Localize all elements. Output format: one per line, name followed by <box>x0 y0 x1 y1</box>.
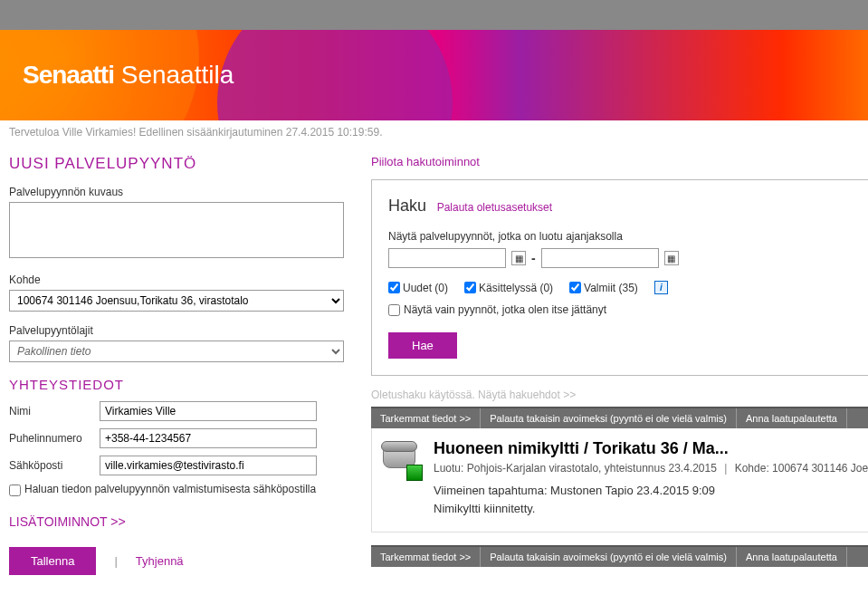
brand-logo-light: Senaattila <box>121 61 234 89</box>
target-select[interactable]: 100674 301146 Joensuu,Torikatu 36, viras… <box>9 290 344 312</box>
result-action-bar: Tarkemmat tiedot >> Palauta takaisin avo… <box>371 407 868 428</box>
phone-label: Puhelinnumero <box>9 432 100 445</box>
date-from-input[interactable] <box>388 248 506 268</box>
own-only-label: Näytä vain pyynnöt, jotka olen itse jätt… <box>404 303 606 316</box>
result-meta: Luotu: Pohjois-Karjalan virastotalo, yht… <box>434 462 868 475</box>
additional-functions-link[interactable]: LISÄTOIMINNOT >> <box>9 514 344 529</box>
filter-done-label: Valmiit (35) <box>584 282 638 294</box>
calendar-icon[interactable]: ▦ <box>511 251 526 265</box>
request-type-label: Palvelupyyntölajit <box>9 324 344 337</box>
clear-button[interactable]: Tyhjennä <box>136 554 184 568</box>
phone-input[interactable] <box>100 428 317 448</box>
target-label: Kohde <box>9 273 344 286</box>
description-textarea[interactable] <box>9 202 344 258</box>
notify-checkbox[interactable] <box>9 484 21 496</box>
result-details-button[interactable]: Tarkemmat tiedot >> <box>371 547 481 567</box>
filter-processing-checkbox[interactable] <box>464 282 476 293</box>
result-reopen-button[interactable]: Palauta takaisin avoimeksi (pyyntö ei ol… <box>481 547 737 567</box>
notify-checkbox-label: Haluan tiedon palvelupyynnön valmistumis… <box>24 483 316 495</box>
result-feedback-button[interactable]: Anna laatupalautetta <box>737 547 847 567</box>
right-panel: Piilota hakutoiminnot Haku Palauta oletu… <box>371 144 868 575</box>
default-search-notice: Oletushaku käytössä. Näytä hakuehdot >> <box>371 389 868 401</box>
date-range-dash: - <box>531 251 536 265</box>
email-input[interactable] <box>100 456 317 475</box>
brand-logo-bold: Senaatti <box>23 61 114 89</box>
phone-icon <box>381 443 419 475</box>
search-heading: Haku <box>388 197 426 215</box>
result-last-event: Viimeinen tapahtuma: Mustonen Tapio 23.4… <box>434 484 868 497</box>
result-action-bar: Tarkemmat tiedot >> Palauta takaisin avo… <box>371 545 868 567</box>
result-type-icon <box>381 439 419 515</box>
date-range-label: Näytä palvelupyynnöt, jotka on luotu aja… <box>388 230 868 243</box>
restore-defaults-link[interactable]: Palauta oletusasetukset <box>437 201 552 214</box>
calendar-icon[interactable]: ▦ <box>664 251 679 265</box>
divider: | <box>114 554 117 568</box>
name-input[interactable] <box>100 401 317 421</box>
result-note: Nimikyltti kiinnitetty. <box>434 502 868 515</box>
result-feedback-button[interactable]: Anna laatupalautetta <box>737 408 847 428</box>
search-panel: Haku Palauta oletusasetukset Näytä palve… <box>371 179 868 376</box>
contact-heading: YHTEYSTIEDOT <box>9 377 344 392</box>
brand-banner: Senaatti Senaattila <box>0 30 868 120</box>
search-button[interactable]: Hae <box>388 332 457 359</box>
top-bar <box>0 0 868 30</box>
result-details-button[interactable]: Tarkemmat tiedot >> <box>371 408 481 428</box>
result-reopen-button[interactable]: Palauta takaisin avoimeksi (pyyntö ei ol… <box>481 408 737 428</box>
left-panel: UUSI PALVELUPYYNTÖ Palvelupyynnön kuvaus… <box>9 144 344 575</box>
info-icon[interactable]: i <box>654 281 668 294</box>
filter-done-checkbox[interactable] <box>569 282 581 293</box>
filter-new-checkbox[interactable] <box>388 282 400 293</box>
hide-search-link[interactable]: Piilota hakutoiminnot <box>371 155 868 168</box>
request-type-select[interactable]: Pakollinen tieto <box>9 341 344 362</box>
email-label: Sähköposti <box>9 459 100 472</box>
filter-processing-label: Käsittelyssä (0) <box>479 282 553 294</box>
brand-logo: Senaatti Senaattila <box>23 61 234 90</box>
result-title: Huoneen nimikyltti / Torikatu 36 / Ma... <box>434 439 868 458</box>
description-label: Palvelupyynnön kuvaus <box>9 186 344 198</box>
new-request-heading: UUSI PALVELUPYYNTÖ <box>9 155 344 173</box>
date-to-input[interactable] <box>541 248 659 268</box>
name-label: Nimi <box>9 405 100 417</box>
result-card: Huoneen nimikyltti / Torikatu 36 / Ma...… <box>371 428 868 532</box>
save-button[interactable]: Tallenna <box>9 547 96 575</box>
filter-new-label: Uudet (0) <box>403 282 448 294</box>
welcome-message: Tervetuloa Ville Virkamies! Edellinen si… <box>0 120 868 144</box>
own-only-checkbox[interactable] <box>388 304 400 316</box>
